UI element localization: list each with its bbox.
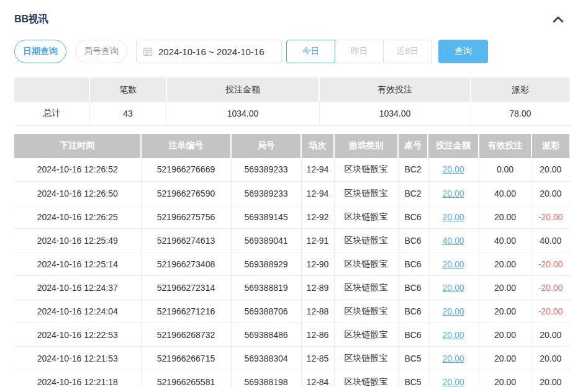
valid-bet-cell: 20.00 — [479, 323, 531, 347]
payout-cell: -20.00 — [531, 205, 569, 229]
header-order-no: 注单编号 — [141, 134, 231, 158]
round-no-cell: 569388706 — [231, 300, 301, 323]
table-no-cell: BC6 — [398, 252, 428, 276]
summary-header-valid-bet: 有效投注 — [319, 78, 471, 102]
valid-bet-cell: 20.00 — [479, 205, 531, 229]
bet-amount-cell: 20.00 — [428, 370, 479, 387]
valid-bet-cell: 20.00 — [479, 347, 531, 370]
summary-total-count: 43 — [89, 102, 166, 125]
header-valid-bet: 有效投注 — [479, 134, 531, 158]
table-no-cell: BC5 — [398, 370, 428, 387]
bet-amount-cell: 20.00 — [428, 347, 479, 370]
bet-amount-link[interactable]: 40.00 — [442, 236, 464, 246]
payout-cell: -20.00 — [531, 300, 569, 323]
valid-bet-cell: 20.00 — [479, 300, 531, 323]
bet-amount-cell: 20.00 — [428, 252, 479, 276]
table-no-cell: BC6 — [398, 300, 428, 323]
bet-amount-link[interactable]: 20.00 — [442, 306, 464, 316]
table-row: 2024-10-16 12:22:53 521966268732 5693884… — [14, 323, 569, 347]
summary-total-payout: 78.00 — [471, 102, 569, 125]
summary-header-bet-amount: 投注金额 — [166, 78, 319, 102]
valid-bet-cell: 40.00 — [479, 182, 531, 205]
session-cell: 12-85 — [301, 347, 334, 370]
header-game-type: 游戏类别 — [334, 134, 398, 158]
game-type-cell: 区块链骰宝 — [334, 182, 398, 205]
table-no-cell: BC5 — [398, 347, 428, 370]
header-table-no: 桌号 — [398, 134, 428, 158]
order-no-cell: 521966272314 — [141, 276, 231, 300]
bet-amount-link[interactable]: 20.00 — [442, 330, 464, 340]
table-no-cell: BC6 — [398, 229, 428, 252]
game-type-cell: 区块链骰宝 — [334, 276, 398, 300]
bet-amount-link[interactable]: 20.00 — [442, 164, 464, 174]
table-row: 2024-10-16 12:21:53 521966266715 5693883… — [14, 347, 569, 370]
order-no-cell: 521966275756 — [141, 205, 231, 229]
summary-total-row: 总计 43 1034.00 1034.00 78.00 — [14, 102, 569, 125]
bet-amount-cell: 20.00 — [428, 205, 479, 229]
round-no-cell: 569389233 — [231, 182, 301, 205]
valid-bet-cell: 20.00 — [479, 252, 531, 276]
summary-header-count: 笔数 — [89, 78, 166, 102]
table-no-cell: BC2 — [398, 182, 428, 205]
bet-time-cell: 2024-10-16 12:21:53 — [14, 347, 141, 370]
bet-amount-link[interactable]: 20.00 — [442, 212, 464, 222]
records-table: 下注时间 注单编号 局号 场次 游戏类别 桌号 投注金额 有效投注 派彩 202… — [14, 134, 569, 387]
bet-amount-link[interactable]: 20.00 — [442, 259, 464, 269]
bet-amount-link[interactable]: 20.00 — [442, 377, 464, 387]
bet-amount-link[interactable]: 20.00 — [442, 354, 464, 363]
bet-amount-cell: 20.00 — [428, 158, 479, 182]
header-session: 场次 — [301, 134, 334, 158]
session-cell: 12-92 — [301, 205, 334, 229]
summary-header-payout: 派彩 — [471, 78, 569, 102]
quick-range-yesterday[interactable]: 昨日 — [335, 40, 384, 63]
round-no-cell: 569388304 — [231, 347, 301, 370]
round-query-tab[interactable]: 局号查询 — [75, 40, 127, 63]
table-row: 2024-10-16 12:24:04 521966271216 5693887… — [14, 300, 569, 323]
table-row: 2024-10-16 12:26:50 521966276590 5693892… — [14, 182, 569, 205]
bet-amount-cell: 20.00 — [428, 300, 479, 323]
quick-range-today[interactable]: 今日 — [286, 40, 335, 63]
session-cell: 12-94 — [301, 158, 334, 182]
round-no-cell: 569388198 — [231, 370, 301, 387]
collapse-button[interactable] — [551, 13, 566, 25]
date-range-input[interactable]: 2024-10-16 ~ 2024-10-16 — [136, 40, 282, 63]
header-bet-amount: 投注金额 — [428, 134, 479, 158]
game-type-cell: 区块链骰宝 — [334, 370, 398, 387]
session-cell: 12-91 — [301, 229, 334, 252]
header-payout: 派彩 — [531, 134, 569, 158]
search-button[interactable]: 查询 — [438, 40, 488, 63]
summary-header-row: 笔数 投注金额 有效投注 派彩 — [14, 78, 569, 102]
payout-cell: -20.00 — [531, 252, 569, 276]
table-no-cell: BC6 — [398, 323, 428, 347]
session-cell: 12-84 — [301, 370, 334, 387]
order-no-cell: 521966276669 — [141, 158, 231, 182]
round-no-cell: 569389233 — [231, 158, 301, 182]
table-row: 2024-10-16 12:26:52 521966276669 5693892… — [14, 158, 569, 182]
bet-amount-cell: 20.00 — [428, 323, 479, 347]
round-no-cell: 569388929 — [231, 252, 301, 276]
bet-amount-cell: 20.00 — [428, 182, 479, 205]
chevron-up-icon — [553, 16, 564, 23]
order-no-cell: 521966273408 — [141, 252, 231, 276]
payout-cell: 20.00 — [531, 182, 569, 205]
game-type-cell: 区块链骰宝 — [334, 205, 398, 229]
table-no-cell: BC6 — [398, 205, 428, 229]
quick-range-last8days[interactable]: 近8日 — [383, 40, 432, 63]
round-no-cell: 569388819 — [231, 276, 301, 300]
bet-time-cell: 2024-10-16 12:26:25 — [14, 205, 141, 229]
bet-amount-link[interactable]: 20.00 — [442, 283, 464, 293]
session-cell: 12-86 — [301, 323, 334, 347]
order-no-cell: 521966276590 — [141, 182, 231, 205]
date-query-tab[interactable]: 日期查询 — [14, 40, 66, 63]
bet-amount-link[interactable]: 20.00 — [442, 189, 464, 198]
order-no-cell: 521966274613 — [141, 229, 231, 252]
records-table-body: 2024-10-16 12:26:52 521966276669 5693892… — [14, 158, 569, 387]
summary-total-label: 总计 — [14, 102, 89, 125]
game-type-cell: 区块链骰宝 — [334, 158, 398, 182]
payout-cell: 40.00 — [531, 229, 569, 252]
bet-time-cell: 2024-10-16 12:24:04 — [14, 300, 141, 323]
page-title: BB视讯 — [14, 13, 48, 26]
bet-amount-cell: 20.00 — [428, 276, 479, 300]
panel-header: BB视讯 — [14, 12, 569, 26]
table-no-cell: BC6 — [398, 276, 428, 300]
